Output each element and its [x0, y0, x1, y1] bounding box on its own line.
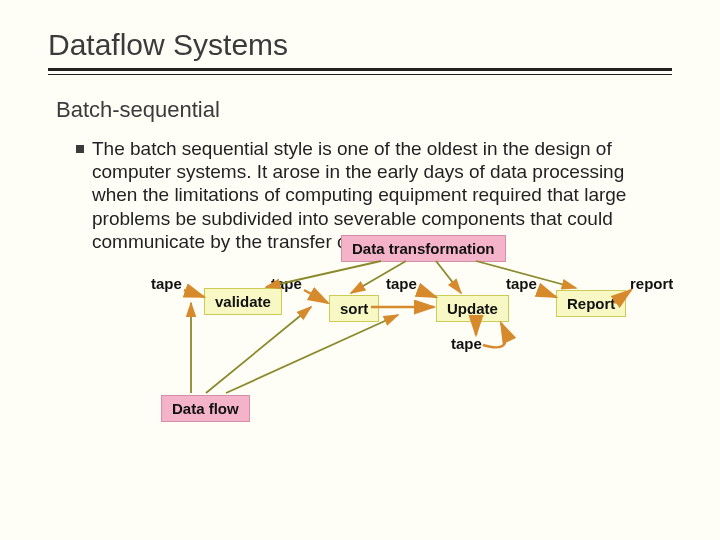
svg-line-0: [184, 290, 204, 297]
svg-line-1: [304, 290, 328, 303]
bullet-marker: [76, 145, 84, 153]
label-tape3: tape: [386, 275, 417, 292]
label-report: report: [630, 275, 673, 292]
svg-line-8: [436, 261, 461, 293]
box-update: Update: [436, 295, 509, 322]
box-validate: validate: [204, 288, 282, 315]
box-sort: sort: [329, 295, 379, 322]
rule-thick: [48, 68, 672, 71]
label-tape4: tape: [506, 275, 537, 292]
svg-line-13: [226, 315, 398, 393]
svg-line-12: [206, 307, 311, 393]
svg-line-4: [538, 290, 556, 297]
svg-line-3: [418, 290, 436, 297]
label-tape5: tape: [451, 335, 482, 352]
annot-flow: Data flow: [161, 395, 250, 422]
label-tape1: tape: [151, 275, 182, 292]
box-report: Report: [556, 290, 626, 317]
slide-subtitle: Batch-sequential: [56, 97, 672, 123]
diagram: Data transformation tape tape tape tape …: [76, 235, 672, 455]
rule-thin: [48, 74, 672, 75]
annot-transform: Data transformation: [341, 235, 506, 262]
slide-title: Dataflow Systems: [48, 28, 672, 62]
